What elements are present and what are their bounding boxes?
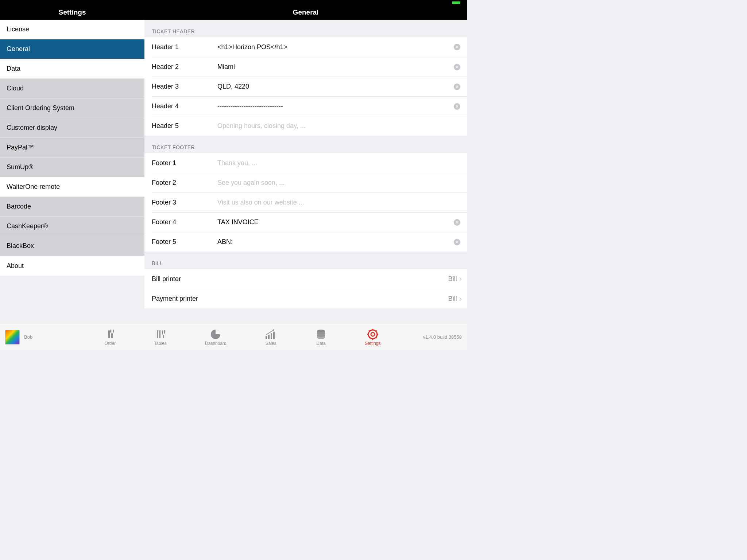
section-ticket-header-title: TICKET HEADER [144,20,467,37]
footer-input-3[interactable] [217,199,454,206]
footer-label: Footer 3 [152,199,217,206]
bill-row-1[interactable]: Bill printerBill› [144,269,467,289]
clear-icon[interactable]: ✕ [454,64,460,70]
tab-dashboard[interactable]: Dashboard [205,328,227,346]
footer-label: Footer 1 [152,159,217,167]
tab-bar: OrderTablesDashboardSalesDataSettings [85,328,400,346]
bill-label: Payment printer [152,295,198,303]
footer-input-1[interactable] [217,159,454,167]
header: Settings General [0,5,467,20]
svg-rect-11 [273,332,275,339]
sidebar-item-label: Customer display [7,124,57,132]
tab-label: Tables [154,341,167,346]
footer-input-2[interactable] [217,179,454,187]
bill-row-2[interactable]: Payment printerBill› [152,289,467,308]
sidebar-item-waiterone-remote[interactable]: WaiterOne remote [0,177,144,197]
svg-rect-2 [110,330,111,332]
user-info[interactable]: Bob [5,330,85,345]
tab-order[interactable]: Order [105,328,116,346]
content: TICKET HEADER Header 1✕Header 2✕Header 3… [144,20,467,324]
status-bar [0,0,467,5]
svg-line-20 [369,330,369,331]
clear-icon[interactable]: ✕ [454,44,460,50]
dashboard-icon [210,328,221,340]
section-ticket-footer: Footer 1✕Footer 2✕Footer 3✕Footer 4✕Foot… [144,153,467,252]
sidebar-item-label: Data [7,65,20,73]
tab-data[interactable]: Data [316,328,326,346]
tab-label: Settings [365,341,380,346]
header-row-4: Header 4✕ [152,96,467,116]
sidebar-item-about[interactable]: About [0,256,144,276]
sidebar-item-label: SumUp® [7,163,33,171]
section-bill: Bill printerBill›Payment printerBill› [144,269,467,308]
sidebar-item-barcode[interactable]: Barcode [0,197,144,217]
header-label: Header 3 [152,83,217,90]
svg-line-16 [376,337,376,338]
battery-icon [452,1,460,4]
sidebar-item-license[interactable]: License [0,20,144,39]
section-ticket-footer-title: TICKET FOOTER [144,136,467,153]
data-icon [316,328,326,340]
header-row-3: Header 3✕ [152,77,467,96]
sidebar-item-data[interactable]: Data [0,59,144,79]
header-input-4[interactable] [217,102,454,110]
sidebar-item-general[interactable]: General [0,39,144,59]
page-title: General [144,5,467,20]
sidebar-item-cashkeeper-[interactable]: CashKeeper® [0,217,144,236]
header-row-1: Header 1✕ [144,37,467,57]
clear-icon[interactable]: ✕ [454,103,460,110]
clear-icon[interactable]: ✕ [454,239,460,245]
footer-row-2: Footer 2✕ [152,173,467,192]
header-input-3[interactable] [217,83,454,90]
sidebar: LicenseGeneralDataCloudClient Ordering S… [0,20,144,324]
sidebar-item-label: General [7,45,30,53]
footer-input-4[interactable] [217,218,454,226]
header-input-5[interactable] [217,122,454,130]
chevron-right-icon: › [459,294,462,304]
sidebar-item-label: BlackBox [7,242,34,250]
footer-label: Footer 5 [152,238,217,246]
sidebar-item-paypal-[interactable]: PayPal™ [0,138,144,158]
footer-input-5[interactable] [217,238,454,246]
order-icon [105,328,115,340]
sidebar-item-label: CashKeeper® [7,222,48,230]
tab-label: Sales [266,341,276,346]
tab-label: Dashboard [205,341,227,346]
bottom-bar: Bob OrderTablesDashboardSalesDataSetting… [0,324,467,350]
header-input-1[interactable] [217,43,454,51]
sidebar-item-sumup-[interactable]: SumUp® [0,158,144,177]
tab-tables[interactable]: Tables [154,328,167,346]
sidebar-item-cloud[interactable]: Cloud [0,79,144,98]
svg-rect-4 [111,333,113,338]
sales-icon [265,328,277,340]
svg-rect-0 [108,330,110,338]
sidebar-item-label: WaiterOne remote [7,183,60,191]
sidebar-item-label: Cloud [7,85,24,92]
sidebar-item-label: PayPal™ [7,144,34,151]
svg-rect-5 [157,330,158,338]
clear-icon[interactable]: ✕ [454,83,460,90]
chevron-right-icon: › [459,274,462,284]
svg-line-22 [376,330,376,331]
avatar [5,330,20,345]
header-input-2[interactable] [217,63,454,71]
svg-rect-6 [159,330,160,338]
svg-rect-3 [113,330,114,332]
header-row-5: Header 5✕ [152,116,467,136]
user-name: Bob [24,334,32,340]
footer-row-4: Footer 4✕ [152,212,467,232]
footer-row-1: Footer 1✕ [144,153,467,173]
tab-settings[interactable]: Settings [365,328,380,346]
section-bill-title: BILL [144,252,467,269]
tab-label: Order [105,341,116,346]
tables-icon [155,328,166,340]
sidebar-item-blackbox[interactable]: BlackBox [0,236,144,256]
header-label: Header 2 [152,63,217,71]
svg-point-13 [368,330,377,339]
bill-value: Bill [181,275,459,283]
sidebar-item-client-ordering-system[interactable]: Client Ordering System [0,98,144,118]
header-row-2: Header 2✕ [152,57,467,77]
sidebar-item-customer-display[interactable]: Customer display [0,118,144,138]
clear-icon[interactable]: ✕ [454,219,460,226]
tab-sales[interactable]: Sales [265,328,277,346]
